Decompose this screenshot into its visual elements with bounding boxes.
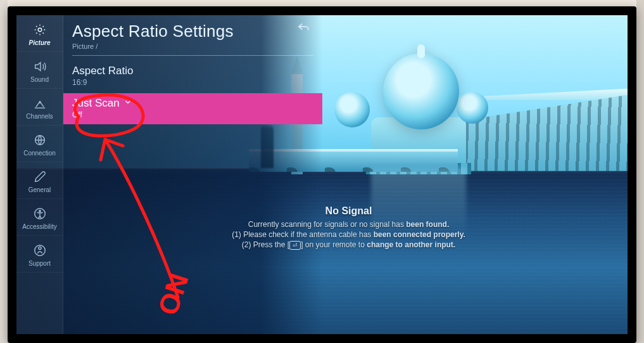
settings-panel: Aspect Ratio Settings Picture / Aspect R… <box>63 15 322 334</box>
sidebar-item-general[interactable]: General <box>16 162 63 199</box>
setting-value: 16:9 <box>72 78 313 87</box>
setting-value: Off <box>72 110 313 119</box>
setting-label: Just Scan <box>72 97 120 110</box>
connection-icon <box>16 132 63 148</box>
tv-screen: Picture Sound Channels <box>16 15 628 334</box>
svg-point-0 <box>38 28 42 32</box>
picture-icon <box>16 22 63 38</box>
tv-frame: Picture Sound Channels <box>8 6 636 343</box>
general-icon <box>16 169 63 185</box>
sidebar-item-sound[interactable]: Sound <box>16 52 63 89</box>
sidebar-item-connection[interactable]: Connection <box>16 126 63 162</box>
room-wall-right <box>636 0 644 343</box>
setting-label: Aspect Ratio <box>72 65 313 77</box>
sidebar-item-label: Accessibility <box>16 223 63 230</box>
sidebar-item-accessibility[interactable]: Accessibility <box>16 199 63 236</box>
svg-point-4 <box>39 210 40 212</box>
page-title: Aspect Ratio Settings <box>72 22 313 41</box>
accessibility-icon <box>16 205 63 222</box>
svg-point-1 <box>39 101 40 103</box>
settings-overlay: Picture Sound Channels <box>16 15 322 334</box>
chevron-down-icon <box>123 97 132 110</box>
room-wall-top <box>0 0 644 6</box>
svg-point-6 <box>38 247 41 249</box>
divider <box>72 55 313 56</box>
sidebar-item-label: Support <box>16 260 63 267</box>
sidebar-item-label: Connection <box>16 150 63 157</box>
sidebar-item-picture[interactable]: Picture <box>16 15 63 52</box>
input-button-icon: ⏎ <box>289 241 301 250</box>
sidebar-item-channels[interactable]: Channels <box>16 89 63 126</box>
back-icon[interactable] <box>297 22 311 36</box>
support-icon <box>16 242 63 259</box>
sidebar-item-support[interactable]: Support <box>16 236 63 273</box>
room-wall-left <box>0 0 8 343</box>
sidebar-item-label: Channels <box>16 113 63 120</box>
settings-sidebar: Picture Sound Channels <box>16 15 63 334</box>
sound-icon <box>16 58 63 75</box>
channels-icon <box>16 95 63 112</box>
sidebar-item-label: General <box>16 186 63 193</box>
breadcrumb: Picture / <box>72 42 313 50</box>
no-signal-title: No Signal <box>72 205 625 217</box>
setting-just-scan[interactable]: Just Scan Off <box>63 93 322 124</box>
sidebar-item-label: Sound <box>16 76 63 83</box>
sidebar-item-label: Picture <box>16 39 63 46</box>
no-signal-message: No Signal Currently scanning for signals… <box>72 205 625 250</box>
setting-aspect-ratio[interactable]: Aspect Ratio 16:9 <box>72 62 313 91</box>
